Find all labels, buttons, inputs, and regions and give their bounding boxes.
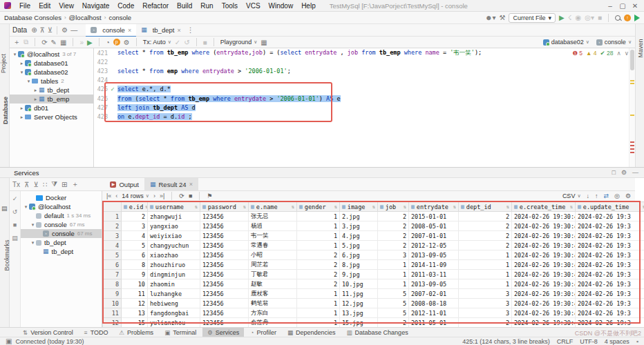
cell[interactable]: 赵敏 xyxy=(249,279,297,289)
duplicate-icon[interactable]: ⧉ xyxy=(23,38,28,46)
chevron-icon[interactable]: ▸ xyxy=(19,115,25,120)
cell[interactable]: 韦一笑 xyxy=(249,231,297,241)
col-header-entrydate[interactable]: ▦entrydate⇅ xyxy=(409,202,459,212)
cell[interactable]: 2024-02-26 19:30:48 xyxy=(512,260,576,270)
svc-console-icon[interactable]: ▤ xyxy=(12,235,18,241)
cell[interactable]: 2008-05-01 xyxy=(409,221,459,231)
user-icon[interactable]: ☻▾ xyxy=(485,14,496,21)
hide-services-icon[interactable]: — xyxy=(632,169,638,176)
cell[interactable]: 俞莲舟 xyxy=(249,318,297,328)
cell[interactable]: weiyixiao xyxy=(148,231,200,241)
services-settings-gear-icon[interactable]: ⚙ xyxy=(621,169,627,176)
db-tree-item-db01[interactable]: ▸db01 xyxy=(10,103,93,112)
cell[interactable]: dingminjun xyxy=(148,270,200,279)
cell[interactable]: 2024-02-26 19:3 xyxy=(576,270,644,279)
console-selector[interactable]: › console∨ xyxy=(596,39,632,46)
wrench-icon[interactable]: ⚙ xyxy=(124,39,130,46)
lock-icon[interactable]: ▪ xyxy=(636,338,638,345)
svc-tree-item-console[interactable]: ›console67 ms xyxy=(21,229,102,238)
cell[interactable]: 11 xyxy=(122,289,148,299)
cell[interactable]: 1 xyxy=(378,279,409,289)
cell[interactable]: 1 xyxy=(459,250,512,260)
cell[interactable]: 123456 xyxy=(200,308,249,318)
cell[interactable]: 5.jpg xyxy=(340,241,378,250)
cell[interactable]: 2024-02-26 19:30:48 xyxy=(512,289,576,299)
cell[interactable]: 2008-08-18 xyxy=(409,299,459,308)
code-line-425[interactable]: 425✓select e.*, d.* xyxy=(94,85,635,94)
cell[interactable]: 丁敏君 xyxy=(249,270,297,279)
menu-navigate[interactable]: Navigate xyxy=(78,2,113,10)
new-window-icon[interactable]: ⊞ xyxy=(61,181,67,188)
cell[interactable]: 3 xyxy=(459,289,512,299)
svc-tree-item-Docker[interactable]: Docker xyxy=(21,193,102,202)
code-line-423[interactable]: 423select * from emp where entrydate > '… xyxy=(94,66,635,75)
breadcrumb-item[interactable]: @localhost xyxy=(69,14,102,21)
cell[interactable]: 13 xyxy=(122,308,148,318)
tx-icon[interactable]: Tx xyxy=(12,181,20,188)
expand-all-icon[interactable]: ⊼ xyxy=(40,26,45,34)
cell[interactable]: 2024-02-26 19:30:48 xyxy=(512,308,576,318)
collapse-all-icon[interactable]: ⊻ xyxy=(48,26,53,34)
cell[interactable]: 方东白 xyxy=(249,308,297,318)
cell[interactable]: 4 xyxy=(122,231,148,241)
run-button[interactable]: ▶ xyxy=(559,14,565,21)
breadcrumb-item[interactable]: Database Consoles xyxy=(4,14,61,21)
cell[interactable]: 2024-02-26 19:30:48 xyxy=(512,318,576,328)
cell[interactable]: 2024-02-26 19:30:48 xyxy=(512,231,576,241)
chevron-icon[interactable]: ▸ xyxy=(32,88,39,93)
add-icon[interactable]: ＋ xyxy=(13,37,20,47)
cell[interactable]: 5 xyxy=(378,308,409,318)
cell[interactable]: 2024-02-26 19:30:48 xyxy=(512,279,576,289)
cell[interactable]: 2 xyxy=(122,212,148,221)
cell[interactable]: hebiweng xyxy=(148,299,200,308)
cell[interactable]: zhaomin xyxy=(148,279,200,289)
cell[interactable]: 12.jpg xyxy=(340,299,378,308)
export-format-select[interactable]: CSV∨ xyxy=(562,193,581,199)
chevron-icon[interactable]: ▸ xyxy=(32,97,39,102)
svc-tree-item-default[interactable]: default1 s 34 ms xyxy=(21,211,102,220)
cell[interactable]: 2024-02-26 19:30:48 xyxy=(512,270,576,279)
settings-gear-icon[interactable]: ⚙ xyxy=(61,26,68,34)
sort-icon[interactable]: ⇅ xyxy=(570,204,573,210)
cell[interactable]: 2024-02-26 19:3 xyxy=(576,231,644,241)
db-tree-item-tbdept[interactable]: ▸▦tb_dept xyxy=(10,86,93,95)
tx-mode-select[interactable]: Tx: Auto∨ xyxy=(143,39,171,46)
page-size-select[interactable]: 14 rows∨ xyxy=(122,193,149,199)
cell[interactable]: 15 xyxy=(122,318,148,328)
bookmarks-stripe-button[interactable]: Bookmarks xyxy=(3,239,10,270)
menu-run[interactable]: Run xyxy=(196,2,217,10)
inspection-widget[interactable]: ❶ 5 ▲ 4 ✔ 28 ∧ ∨ xyxy=(572,50,629,57)
db-tree-item-tbemp[interactable]: ▸▦tb_emp xyxy=(10,95,93,103)
svc-tree-item-tbdept[interactable]: ▦tb_dept xyxy=(21,247,102,256)
cell[interactable]: 2012-12-05 xyxy=(409,241,459,250)
sort-icon[interactable]: ⇅ xyxy=(372,204,375,210)
db-tree-item-tables[interactable]: ▾tables2 xyxy=(10,77,93,86)
view-as-table-icon[interactable]: ▦ xyxy=(261,39,267,46)
menu-view[interactable]: View xyxy=(55,2,78,10)
cell[interactable]: 1 xyxy=(459,270,512,279)
encoding[interactable]: UTF-8 xyxy=(580,338,598,345)
preview-eye-icon[interactable]: ◎ xyxy=(614,193,620,199)
chevron-icon[interactable]: ▸ xyxy=(19,61,25,66)
cell[interactable]: 2024-02-26 19:3 xyxy=(576,299,644,308)
cell[interactable]: 2024-02-26 19:3 xyxy=(576,279,644,289)
cell[interactable]: 2011-03-11 xyxy=(409,270,459,279)
table-row[interactable]: 56xiaozhao123456小昭26.jpg32013-09-0512024… xyxy=(103,250,644,260)
sort-icon[interactable]: ⇅ xyxy=(404,204,406,210)
toolwindow-services[interactable]: ⚙Services xyxy=(202,328,244,337)
cell[interactable]: 4.jpg xyxy=(340,231,378,241)
menu-help[interactable]: Help xyxy=(297,2,320,10)
cell[interactable]: 123456 xyxy=(200,289,249,299)
col-header-dept_id[interactable]: ▦dept_id⇅ xyxy=(459,202,512,212)
svc-commit-icon[interactable]: ✓ xyxy=(12,195,18,202)
code-line-428[interactable]: 428on e.dept_id = d.id ; xyxy=(94,112,635,121)
caret-position[interactable]: 425:1 (124 chars, 3 line breaks) xyxy=(462,338,550,345)
compare-icon[interactable]: ⇄ xyxy=(604,193,609,199)
project-stripe-button[interactable]: Project xyxy=(0,54,7,73)
reload-page-icon[interactable]: ⟳ xyxy=(179,193,184,199)
cell[interactable]: 2024-02-26 19:30:48 xyxy=(512,241,576,250)
cell[interactable]: 123456 xyxy=(200,270,249,279)
cell[interactable]: 8 xyxy=(122,260,148,270)
cell[interactable]: 123456 xyxy=(200,241,249,250)
table-row[interactable]: 1113fangdongbai123456方东白113.jpg52012-11-… xyxy=(103,308,644,318)
